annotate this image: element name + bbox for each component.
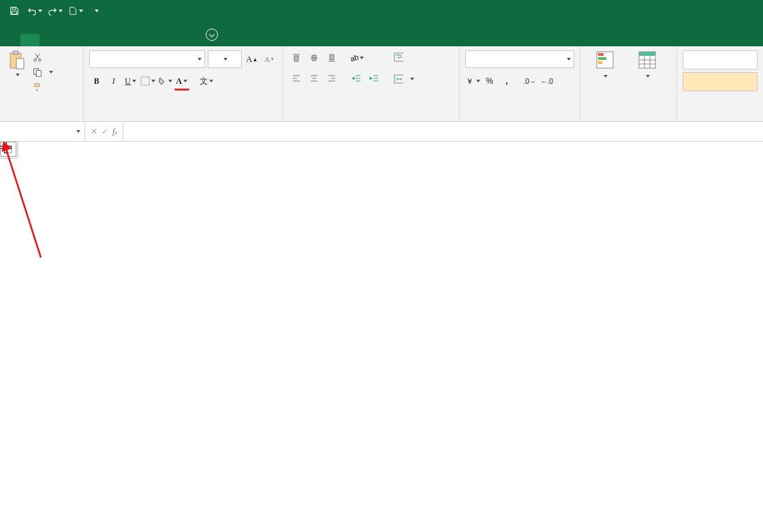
decrease-decimal-icon[interactable]: ←.0 [540, 74, 555, 89]
style-normal[interactable] [683, 50, 758, 69]
underline-button[interactable]: U [123, 74, 138, 89]
tab-formula[interactable] [78, 34, 97, 46]
group-styles [580, 46, 677, 121]
align-center-icon[interactable] [307, 71, 322, 86]
number-group-label [465, 117, 574, 120]
align-bottom-icon[interactable] [324, 50, 339, 65]
svg-rect-22 [7, 148, 12, 153]
paste-button[interactable] [5, 50, 29, 89]
svg-rect-8 [36, 70, 41, 76]
increase-font-icon[interactable]: A▲ [245, 52, 260, 67]
tab-layout[interactable] [59, 34, 78, 46]
cut-button[interactable] [33, 50, 53, 64]
increase-indent-icon[interactable] [367, 71, 382, 86]
decrease-font-icon[interactable]: A▼ [262, 52, 277, 67]
svg-rect-18 [598, 61, 602, 64]
align-left-icon[interactable] [289, 71, 304, 86]
svg-rect-17 [598, 57, 606, 60]
align-group-label [289, 117, 454, 120]
format-painter-button[interactable] [33, 80, 53, 94]
wrap-text-button[interactable] [394, 50, 414, 64]
align-right-icon[interactable] [324, 71, 339, 86]
clipboard-group-label [5, 117, 78, 120]
paste-options-button[interactable] [0, 142, 16, 157]
tab-help[interactable] [154, 34, 173, 46]
number-format-combo[interactable] [465, 50, 574, 68]
conditional-format-button[interactable] [586, 50, 624, 78]
tab-pdf[interactable] [173, 34, 192, 46]
align-top-icon[interactable] [289, 50, 304, 65]
lightbulb-icon [206, 29, 218, 41]
svg-rect-20 [639, 52, 655, 56]
tab-review[interactable] [116, 34, 135, 46]
group-clipboard [0, 46, 84, 121]
tab-home[interactable] [20, 34, 40, 46]
ribbon-tabs [0, 22, 763, 46]
tab-data[interactable] [97, 34, 116, 46]
font-name-combo[interactable] [89, 50, 205, 68]
customize-qat-icon[interactable] [89, 3, 104, 18]
formula-input[interactable] [123, 122, 763, 141]
font-size-combo[interactable] [208, 50, 242, 68]
redo-icon[interactable] [48, 3, 63, 18]
svg-text:￥: ￥ [466, 77, 473, 85]
bold-button[interactable]: B [89, 74, 104, 89]
ribbon: A▲ A▼ B I U A 文 [0, 46, 763, 122]
svg-rect-3 [13, 51, 18, 54]
tab-file[interactable] [1, 34, 20, 46]
font-group-label [89, 117, 277, 120]
tab-insert[interactable] [40, 34, 59, 46]
phonetic-button[interactable]: 文 [199, 74, 214, 89]
fill-color-button[interactable] [157, 74, 172, 89]
formula-bar-buttons: ✕ ✓ fx [85, 122, 123, 141]
group-font: A▲ A▼ B I U A 文 [84, 46, 283, 121]
cancel-icon[interactable]: ✕ [91, 127, 97, 136]
svg-rect-4 [16, 59, 24, 69]
enter-icon[interactable]: ✓ [102, 127, 108, 136]
svg-rect-10 [141, 77, 149, 85]
undo-icon[interactable] [27, 3, 42, 18]
increase-decimal-icon[interactable]: .0→ [523, 74, 538, 89]
group-number: ￥ % , .0→ ←.0 [460, 46, 580, 121]
fx-icon[interactable]: fx [112, 127, 117, 137]
quick-access-toolbar [7, 3, 104, 18]
format-as-table-button[interactable] [628, 50, 666, 78]
style-neutral[interactable] [683, 72, 758, 91]
border-button[interactable] [140, 74, 155, 89]
orientation-icon[interactable]: ab [349, 50, 364, 65]
copy-button[interactable] [33, 65, 53, 79]
decrease-indent-icon[interactable] [349, 71, 364, 86]
group-alignment: ab [283, 46, 460, 121]
name-box[interactable] [0, 122, 85, 141]
annotation-arrow [0, 142, 54, 264]
svg-text:ab: ab [349, 52, 358, 63]
svg-rect-16 [598, 53, 604, 56]
svg-line-23 [5, 147, 41, 257]
svg-rect-9 [35, 84, 40, 87]
accounting-format-icon[interactable]: ￥ [465, 74, 480, 89]
formula-bar: ✕ ✓ fx [0, 122, 763, 142]
svg-rect-1 [12, 12, 17, 14]
italic-button[interactable]: I [106, 74, 121, 89]
tab-view[interactable] [135, 34, 154, 46]
comma-format-icon[interactable]: , [499, 74, 514, 89]
percent-format-icon[interactable]: % [482, 74, 497, 89]
save-icon[interactable] [7, 3, 22, 18]
worksheet[interactable] [0, 142, 763, 532]
group-cell-styles [677, 46, 763, 121]
font-color-button[interactable]: A [174, 74, 189, 91]
title-bar [0, 0, 763, 22]
merge-center-button[interactable] [394, 72, 414, 86]
align-middle-icon[interactable] [307, 50, 322, 65]
tell-me-search[interactable] [199, 23, 229, 46]
new-icon[interactable] [68, 3, 83, 18]
